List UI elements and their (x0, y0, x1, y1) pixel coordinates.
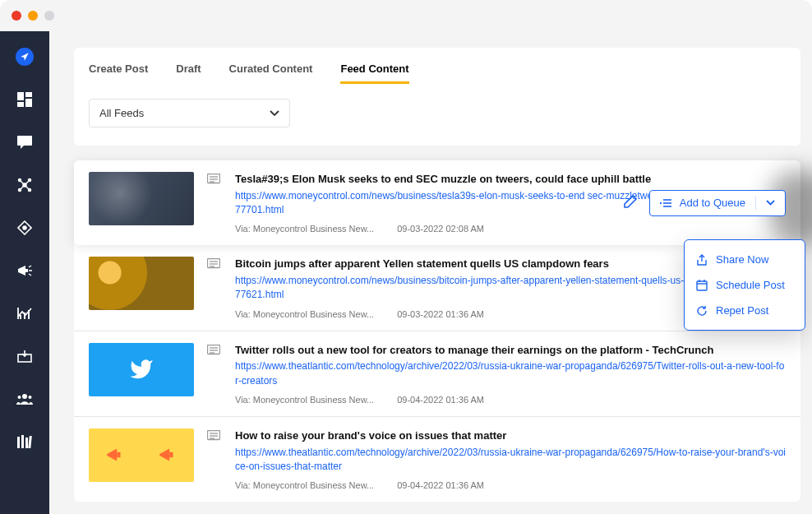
nav-dashboard-icon[interactable] (16, 90, 34, 109)
tab-card: Create Post Draft Curated Content Feed C… (74, 48, 800, 146)
dropdown-repeat-post[interactable]: Repet Post (685, 298, 805, 323)
svg-rect-2 (25, 92, 32, 97)
chevron-down-icon (270, 107, 279, 119)
tab-bar: Create Post Draft Curated Content Feed C… (89, 63, 786, 84)
chevron-down-icon (766, 200, 775, 206)
feed-url[interactable]: https://www.theatlantic.com/technology/a… (235, 446, 786, 475)
article-icon (207, 428, 222, 490)
svg-rect-25 (21, 435, 24, 448)
nav-target-icon[interactable] (16, 219, 34, 237)
dropdown-label: Schedule Post (716, 279, 785, 291)
svg-rect-26 (25, 438, 28, 448)
tab-draft[interactable]: Draft (176, 63, 201, 84)
svg-line-11 (20, 180, 25, 185)
queue-icon (660, 198, 671, 208)
nav-messages-icon[interactable] (16, 133, 34, 151)
article-icon (207, 343, 222, 405)
window-close-dot[interactable] (12, 11, 21, 21)
dropdown-schedule-post[interactable]: Schedule Post (685, 272, 805, 298)
svg-rect-27 (28, 436, 32, 448)
feed-filter-select[interactable]: All Feeds (89, 99, 290, 127)
nav-compose-icon[interactable] (16, 48, 34, 66)
sidebar (0, 31, 49, 514)
edit-icon[interactable] (623, 194, 638, 212)
feed-thumbnail (89, 257, 194, 310)
svg-rect-4 (25, 99, 32, 107)
feed-timestamp: 09-04-2022 01:36 AM (397, 480, 484, 490)
feed-timestamp: 09-03-2022 02:08 AM (397, 224, 484, 234)
nav-network-icon[interactable] (16, 176, 34, 194)
main-content: Create Post Draft Curated Content Feed C… (49, 31, 812, 514)
svg-rect-19 (28, 310, 30, 319)
share-icon (696, 254, 708, 266)
svg-point-23 (29, 396, 32, 399)
svg-line-12 (25, 180, 30, 185)
calendar-icon (696, 280, 708, 291)
feed-filter-label: All Feeds (99, 107, 144, 119)
svg-rect-24 (17, 437, 20, 448)
svg-point-22 (18, 396, 21, 399)
feed-title: How to raise your brand's voice on issue… (235, 428, 786, 443)
svg-rect-18 (24, 313, 25, 319)
titlebar (0, 0, 812, 31)
feed-thumbnail (89, 172, 194, 225)
nav-inbox-icon[interactable] (16, 347, 34, 365)
feed-row[interactable]: Twitter rolls out a new tool for creator… (74, 331, 800, 417)
feed-row[interactable]: How to raise your brand's voice on issue… (74, 417, 800, 502)
feed-url[interactable]: https://www.theatlantic.com/technology/a… (235, 359, 786, 388)
window-maximize-dot[interactable] (44, 11, 54, 21)
svg-rect-3 (17, 102, 24, 107)
svg-rect-1 (17, 92, 24, 100)
nav-team-icon[interactable] (16, 390, 34, 408)
svg-rect-17 (20, 315, 21, 319)
app-window: Create Post Draft Curated Content Feed C… (0, 0, 812, 514)
nav-library-icon[interactable] (16, 433, 34, 451)
svg-rect-50 (169, 452, 173, 458)
feed-thumbnail (89, 428, 194, 482)
nav-megaphone-icon[interactable] (16, 262, 34, 280)
svg-rect-16 (25, 269, 28, 272)
feed-timestamp: 09-04-2022 01:36 AM (397, 395, 484, 405)
tab-feed-content[interactable]: Feed Content (340, 63, 408, 84)
svg-point-21 (22, 394, 27, 399)
window-minimize-dot[interactable] (28, 11, 38, 21)
feed-list: Tesla#39;s Elon Musk seeks to end SEC mu… (74, 160, 800, 502)
feed-title: Twitter rolls out a new tool for creator… (235, 343, 786, 358)
article-icon (207, 257, 222, 318)
svg-rect-49 (117, 452, 120, 458)
nav-analytics-icon[interactable] (16, 304, 34, 322)
feed-source: Via: Moneycontrol Business New... (235, 309, 374, 319)
feed-thumbnail (89, 343, 194, 396)
tab-curated-content[interactable]: Curated Content (229, 63, 313, 84)
dropdown-label: Share Now (716, 253, 768, 266)
svg-point-15 (23, 226, 26, 229)
article-icon (207, 172, 222, 234)
svg-rect-5 (17, 136, 32, 146)
queue-dropdown: Share Now Schedule Post Repet Post (684, 239, 805, 331)
feed-row[interactable]: Tesla#39;s Elon Musk seeks to end SEC mu… (74, 160, 800, 245)
feed-title: Tesla#39;s Elon Musk seeks to end SEC mu… (235, 172, 786, 187)
add-to-queue-button[interactable]: Add to Queue (649, 190, 786, 216)
feed-source: Via: Moneycontrol Business New... (235, 224, 374, 234)
svg-line-14 (25, 185, 30, 190)
tab-create-post[interactable]: Create Post (89, 63, 148, 84)
feed-timestamp: 09-03-2022 01:36 AM (397, 309, 484, 319)
button-separator (755, 197, 756, 210)
feed-source: Via: Moneycontrol Business New... (235, 480, 374, 490)
svg-rect-37 (697, 281, 707, 290)
add-to-queue-label: Add to Queue (680, 197, 745, 209)
dropdown-label: Repet Post (716, 304, 768, 317)
row-actions: Add to Queue (623, 190, 786, 216)
repeat-icon (696, 305, 708, 317)
svg-line-13 (20, 185, 25, 190)
dropdown-share-now[interactable]: Share Now (685, 247, 805, 272)
feed-source: Via: Moneycontrol Business New... (235, 395, 374, 405)
